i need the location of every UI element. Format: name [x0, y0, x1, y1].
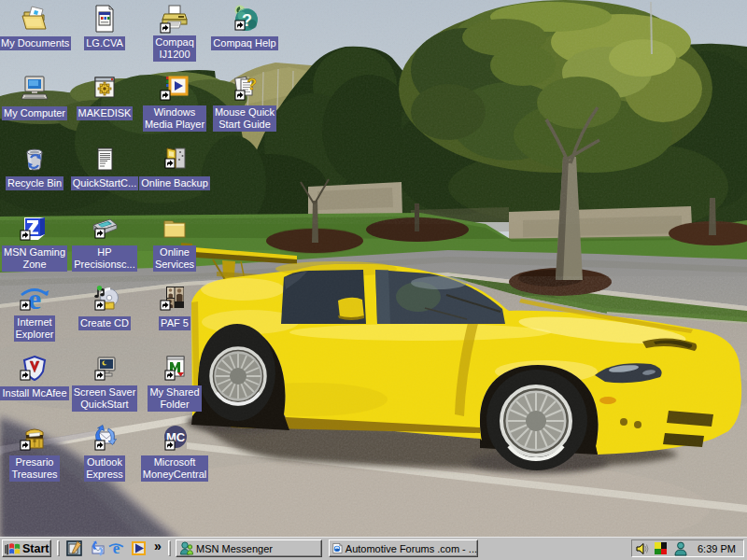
svg-text:?: ? [247, 76, 257, 93]
svg-text:e: e [113, 540, 120, 556]
